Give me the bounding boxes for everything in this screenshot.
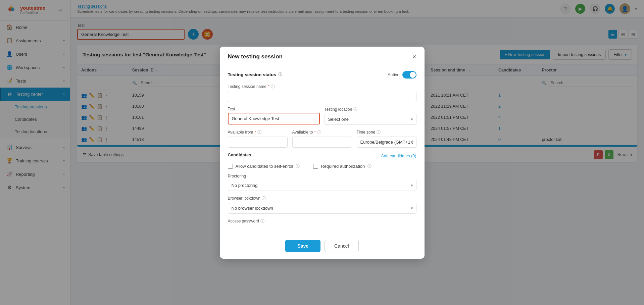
timezone-info[interactable]: ⓘ: [377, 130, 381, 135]
access-password-group: Access password ⓘ: [228, 218, 416, 224]
modal-test-input[interactable]: [228, 113, 320, 124]
required-auth-info[interactable]: ⓘ: [367, 163, 371, 169]
add-candidates-link[interactable]: Add candidates (0): [381, 154, 416, 158]
active-toggle-wrap: Active: [388, 71, 416, 79]
test-field-group: Test: [228, 107, 320, 125]
available-from-group: Available from * ⓘ: [228, 130, 288, 148]
access-password-info[interactable]: ⓘ: [260, 218, 264, 224]
status-row: Testing session status ⓘ Active: [228, 71, 416, 79]
session-name-group: Testing session name * ⓘ: [228, 84, 416, 102]
session-name-input[interactable]: [228, 91, 416, 102]
browser-lockdown-group: Browser lockdown ⓘ No browser lockdown: [228, 196, 416, 214]
modal-close-button[interactable]: ×: [412, 53, 416, 60]
available-to-info[interactable]: ⓘ: [317, 130, 321, 135]
available-from-info[interactable]: ⓘ: [257, 130, 261, 135]
self-enroll-checkbox[interactable]: [228, 164, 233, 169]
session-name-info-icon[interactable]: ⓘ: [271, 84, 275, 90]
cancel-button[interactable]: Cancel: [325, 240, 359, 252]
proctoring-group: Proctoring No proctoring: [228, 174, 416, 191]
save-button[interactable]: Save: [285, 240, 320, 252]
required-auth-checkbox[interactable]: [313, 164, 318, 169]
new-testing-session-modal: New testing session × Testing session st…: [220, 47, 425, 259]
testing-location-group: Testing location ⓘ Select one: [325, 107, 416, 125]
self-enroll-label[interactable]: Allow candidates to self-enroll ⓘ: [228, 163, 300, 169]
browser-lockdown-info[interactable]: ⓘ: [262, 196, 266, 201]
modal-footer: Save Cancel: [220, 235, 425, 259]
self-enroll-info[interactable]: ⓘ: [296, 163, 300, 169]
candidates-checkboxes: Allow candidates to self-enroll ⓘ Requir…: [228, 163, 416, 169]
modal-header: New testing session ×: [220, 47, 425, 65]
candidates-title: Candidates: [228, 152, 251, 157]
browser-lockdown-select[interactable]: No browser lockdown: [228, 203, 416, 214]
proctoring-select[interactable]: No proctoring: [228, 180, 416, 191]
timezone-select[interactable]: Europe/Belgrade (GMT+1:00): [357, 137, 416, 148]
status-label: Testing session status ⓘ: [228, 72, 283, 78]
available-from-input[interactable]: [228, 137, 288, 148]
dates-timezone-row: Available from * ⓘ Available to * ⓘ: [228, 130, 416, 152]
available-to-input[interactable]: [292, 137, 352, 148]
timezone-group: Time zone ⓘ Europe/Belgrade (GMT+1:00): [357, 130, 416, 148]
required-auth-label[interactable]: Required authorization ⓘ: [313, 163, 371, 169]
toggle-knob: [410, 72, 416, 78]
test-location-row: Test Testing location ⓘ Select one: [228, 107, 416, 130]
active-label: Active: [388, 72, 399, 77]
status-info-icon[interactable]: ⓘ: [278, 72, 282, 78]
location-info-icon[interactable]: ⓘ: [353, 107, 357, 112]
modal-body: Testing session status ⓘ Active Testing …: [220, 65, 425, 235]
modal-overlay[interactable]: New testing session × Testing session st…: [0, 0, 644, 305]
modal-title: New testing session: [228, 53, 283, 60]
candidates-section: Candidates Add candidates (0) Allow cand…: [228, 152, 416, 169]
available-to-group: Available to * ⓘ: [292, 130, 352, 148]
active-toggle[interactable]: [402, 71, 416, 79]
required-marker: *: [268, 84, 269, 89]
testing-location-select[interactable]: Select one: [325, 114, 416, 125]
